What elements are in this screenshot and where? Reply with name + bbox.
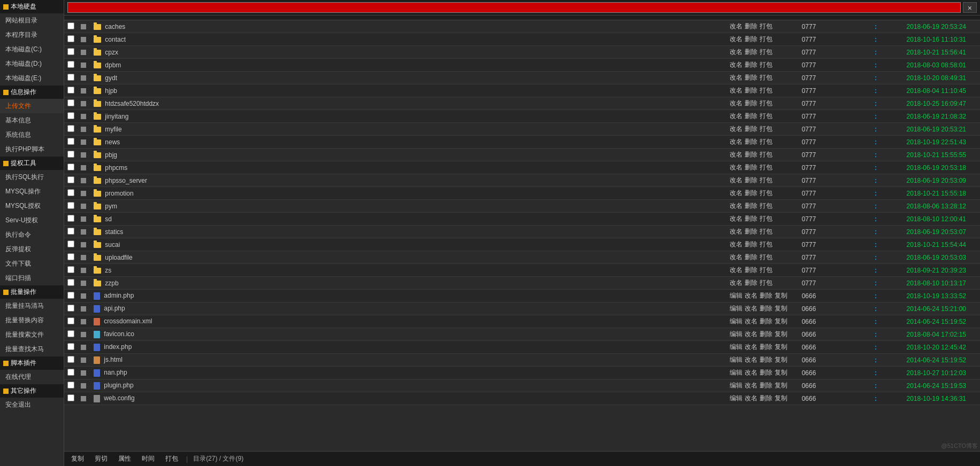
action-link-打包[interactable]: 打包	[760, 125, 772, 133]
file-name-label[interactable]: nan.php	[102, 369, 127, 376]
sidebar-item[interactable]: 安全退出	[0, 398, 64, 412]
statusbar-button-属性[interactable]: 属性	[116, 453, 134, 464]
sidebar-item[interactable]: 系统信息	[0, 128, 64, 142]
row-checkbox[interactable]	[67, 317, 74, 324]
action-link-删除[interactable]: 删除	[760, 305, 772, 312]
statusbar-button-打包[interactable]: 打包	[163, 453, 181, 464]
action-link-改名[interactable]: 改名	[730, 164, 742, 171]
action-link-删除[interactable]: 删除	[745, 61, 757, 68]
file-more-options[interactable]: :	[868, 379, 884, 392]
more-dots-icon[interactable]: :	[875, 331, 877, 338]
action-link-删除[interactable]: 删除	[760, 369, 772, 376]
row-checkbox[interactable]	[67, 356, 74, 363]
row-checkbox[interactable]	[67, 189, 74, 196]
file-more-options[interactable]: :	[868, 328, 884, 341]
file-name-label[interactable]: gydt	[103, 74, 117, 82]
file-more-options[interactable]: :	[868, 367, 884, 379]
action-link-删除[interactable]: 删除	[760, 382, 772, 389]
row-checkbox[interactable]	[67, 292, 74, 299]
file-name-label[interactable]: contact	[103, 36, 126, 43]
file-name-label[interactable]: jinyitang	[103, 113, 128, 120]
more-dots-icon[interactable]: :	[875, 292, 877, 300]
more-dots-icon[interactable]: :	[875, 356, 877, 364]
action-link-复制[interactable]: 复制	[775, 317, 787, 325]
action-link-编辑[interactable]: 编辑	[730, 382, 742, 389]
row-checkbox[interactable]	[67, 343, 74, 350]
file-name-label[interactable]: zzpb	[103, 279, 119, 287]
action-link-改名[interactable]: 改名	[730, 22, 742, 30]
action-link-改名[interactable]: 改名	[730, 189, 742, 197]
row-checkbox[interactable]	[67, 228, 74, 235]
action-link-删除[interactable]: 删除	[745, 151, 757, 158]
action-link-删除[interactable]: 删除	[745, 228, 757, 235]
file-more-options[interactable]: :	[868, 251, 884, 264]
action-link-删除[interactable]: 删除	[760, 356, 772, 363]
action-link-改名[interactable]: 改名	[730, 228, 742, 235]
file-more-options[interactable]: :	[868, 238, 884, 251]
sidebar-item[interactable]: 端口扫描	[0, 271, 64, 285]
action-link-打包[interactable]: 打包	[760, 228, 772, 235]
action-link-改名[interactable]: 改名	[730, 99, 742, 107]
file-more-options[interactable]: :	[868, 149, 884, 161]
action-link-复制[interactable]: 复制	[775, 305, 787, 312]
row-checkbox[interactable]	[67, 215, 74, 222]
sidebar-item[interactable]: 执行PHP脚本	[0, 142, 64, 157]
more-dots-icon[interactable]: :	[875, 203, 877, 210]
more-dots-icon[interactable]: :	[875, 318, 877, 325]
action-link-删除[interactable]: 删除	[745, 74, 757, 81]
file-more-options[interactable]: :	[868, 213, 884, 226]
sidebar-item[interactable]: 执行命令	[0, 228, 64, 242]
action-link-打包[interactable]: 打包	[760, 164, 772, 171]
action-link-删除[interactable]: 删除	[745, 138, 757, 145]
action-link-删除[interactable]: 删除	[745, 48, 757, 56]
file-name-label[interactable]: admin.php	[102, 292, 134, 299]
row-checkbox[interactable]	[67, 138, 74, 145]
action-link-改名[interactable]: 改名	[745, 343, 757, 351]
file-more-options[interactable]: :	[868, 72, 884, 84]
more-dots-icon[interactable]: :	[875, 344, 877, 351]
action-link-删除[interactable]: 删除	[745, 35, 757, 43]
action-link-编辑[interactable]: 编辑	[730, 394, 742, 402]
row-checkbox[interactable]	[67, 369, 74, 376]
row-checkbox[interactable]	[67, 22, 74, 29]
action-link-删除[interactable]: 删除	[745, 87, 757, 94]
file-more-options[interactable]: :	[868, 33, 884, 46]
file-name-label[interactable]: promotion	[103, 190, 134, 197]
file-more-options[interactable]: :	[868, 392, 884, 405]
file-name-label[interactable]: phpsso_server	[103, 177, 147, 184]
sidebar-item[interactable]: 本地磁盘(C:)	[0, 42, 64, 57]
action-link-改名[interactable]: 改名	[730, 215, 742, 222]
sidebar-item[interactable]: 本地磁盘(E:)	[0, 71, 64, 86]
action-link-改名[interactable]: 改名	[745, 330, 757, 338]
sidebar-item[interactable]: 文件下载	[0, 257, 64, 271]
action-link-删除[interactable]: 删除	[760, 292, 772, 299]
row-checkbox[interactable]	[67, 125, 74, 132]
action-link-复制[interactable]: 复制	[775, 292, 787, 299]
sidebar-item[interactable]: 批量搜索文件	[0, 328, 64, 342]
action-link-改名[interactable]: 改名	[745, 382, 757, 389]
action-link-改名[interactable]: 改名	[730, 74, 742, 81]
action-link-打包[interactable]: 打包	[760, 99, 772, 107]
more-dots-icon[interactable]: :	[875, 395, 877, 402]
more-dots-icon[interactable]: :	[875, 241, 877, 248]
row-checkbox[interactable]	[67, 266, 74, 273]
action-link-改名[interactable]: 改名	[745, 305, 757, 312]
file-name-label[interactable]: htdzsafe520htddzx	[103, 100, 159, 107]
action-link-改名[interactable]: 改名	[730, 240, 742, 248]
action-link-打包[interactable]: 打包	[760, 74, 772, 81]
action-link-删除[interactable]: 删除	[745, 253, 757, 261]
more-dots-icon[interactable]: :	[875, 36, 877, 43]
action-link-改名[interactable]: 改名	[730, 279, 742, 286]
action-link-改名[interactable]: 改名	[730, 151, 742, 158]
row-checkbox[interactable]	[67, 176, 74, 183]
action-link-打包[interactable]: 打包	[760, 138, 772, 145]
sidebar-item[interactable]: 反弹提权	[0, 242, 64, 257]
action-link-改名[interactable]: 改名	[730, 61, 742, 68]
more-dots-icon[interactable]: :	[875, 23, 877, 30]
action-link-打包[interactable]: 打包	[760, 22, 772, 30]
row-checkbox[interactable]	[67, 305, 74, 312]
file-more-options[interactable]: :	[868, 341, 884, 354]
file-more-options[interactable]: :	[868, 84, 884, 97]
action-link-编辑[interactable]: 编辑	[730, 356, 742, 363]
action-link-复制[interactable]: 复制	[775, 330, 787, 338]
